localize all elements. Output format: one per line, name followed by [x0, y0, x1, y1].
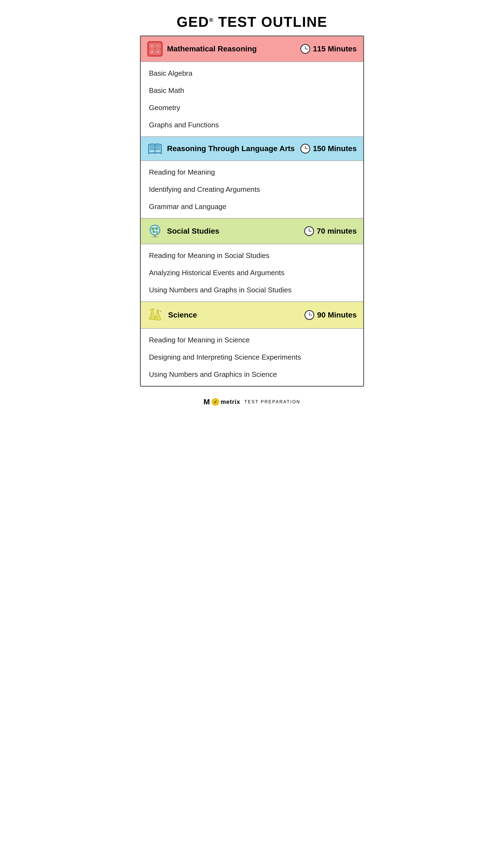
calc-plus: +	[150, 43, 154, 49]
ss-items: Reading for Meaning in Social Studies An…	[141, 244, 363, 302]
ss-header-left: Social Studies	[147, 223, 219, 239]
math-time: 115 Minutes	[300, 44, 357, 54]
list-item: Analyzing Historical Events and Argument…	[141, 264, 363, 282]
ss-time: 70 minutes	[304, 226, 357, 236]
brand-tagline: TEST PREPARATION	[244, 399, 300, 405]
svg-point-7	[151, 318, 152, 319]
science-clock-icon	[304, 310, 314, 320]
science-header-left: ✦ ✦ ✦ Science	[147, 307, 197, 323]
math-section-header: + − × = Mathematical Reasoning 115 Minut…	[141, 36, 363, 62]
outline-box: + − × = Mathematical Reasoning 115 Minut…	[140, 36, 364, 387]
flask-icon: ✦ ✦ ✦	[147, 307, 164, 323]
rla-time: 150 Minutes	[300, 144, 357, 153]
rla-section-header: Reasoning Through Language Arts 150 Minu…	[141, 137, 363, 161]
page-container: GED® TEST OUTLINE + − × = Mathematical R…	[140, 5, 364, 409]
list-item: Designing and Interpreting Science Exper…	[141, 348, 363, 366]
brand-name: metrix	[221, 398, 240, 406]
math-items: Basic Algebra Basic Math Geometry Graphs…	[141, 62, 363, 137]
svg-point-5	[150, 317, 152, 318]
rla-header-left: Reasoning Through Language Arts	[147, 142, 295, 155]
svg-text:✦: ✦	[150, 313, 152, 315]
brand-checkmark: ✓	[212, 398, 219, 406]
science-items: Reading for Meaning in Science Designing…	[141, 329, 363, 386]
calc-equals: =	[155, 50, 161, 54]
list-item: Reading for Meaning in Social Studies	[141, 247, 363, 264]
ss-clock-icon	[304, 226, 314, 236]
rla-items: Reading for Meaning Identifying and Crea…	[141, 161, 363, 219]
ss-title: Social Studies	[167, 227, 219, 236]
list-item: Graphs and Functions	[141, 117, 363, 134]
list-item: Basic Algebra	[141, 65, 363, 82]
page-title: GED® TEST OUTLINE	[140, 5, 364, 36]
list-item: Using Numbers and Graphs in Social Studi…	[141, 282, 363, 299]
list-item: Grammar and Language	[141, 198, 363, 215]
list-item: Basic Math	[141, 82, 363, 99]
list-item: Identifying and Creating Arguments	[141, 181, 363, 198]
list-item: Geometry	[141, 99, 363, 117]
calc-minus: −	[155, 43, 161, 49]
globe-icon	[147, 223, 163, 239]
list-item: Reading for Meaning in Science	[141, 331, 363, 348]
svg-text:✦: ✦	[149, 309, 151, 311]
science-time: 90 Minutes	[304, 310, 357, 320]
math-title: Mathematical Reasoning	[167, 44, 257, 54]
calc-times: ×	[150, 50, 154, 54]
book-icon	[147, 142, 163, 155]
brand-m: M	[204, 398, 210, 406]
brand-logo: M✓metrix TEST PREPARATION	[204, 398, 301, 406]
svg-point-10	[156, 318, 158, 319]
rla-clock-icon	[300, 144, 310, 153]
footer: M✓metrix TEST PREPARATION	[140, 392, 364, 409]
svg-point-6	[152, 316, 153, 317]
list-item: Using Numbers and Graphics in Science	[141, 366, 363, 383]
math-header-left: + − × = Mathematical Reasoning	[147, 41, 257, 57]
rla-title: Reasoning Through Language Arts	[167, 144, 295, 153]
math-clock-icon	[300, 44, 310, 54]
calculator-icon: + − × =	[147, 41, 163, 57]
svg-text:✦: ✦	[159, 310, 162, 313]
science-section-header: ✦ ✦ ✦ Science 90 Minutes	[141, 302, 363, 329]
ss-section-header: Social Studies 70 minutes	[141, 219, 363, 244]
science-title: Science	[168, 311, 197, 320]
list-item: Reading for Meaning	[141, 164, 363, 181]
svg-point-9	[158, 317, 159, 318]
svg-point-8	[155, 317, 157, 319]
